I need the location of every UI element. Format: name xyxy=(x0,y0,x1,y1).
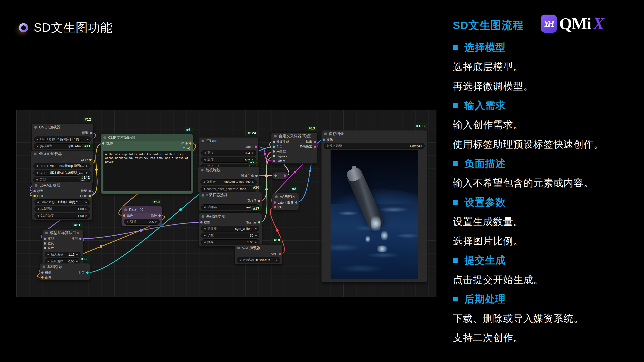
collapse-dot-icon[interactable] xyxy=(274,135,277,138)
output-port[interactable]: 引导 xyxy=(78,270,89,275)
output-port-dot-icon[interactable] xyxy=(79,238,82,240)
output-port-dot-icon[interactable] xyxy=(284,174,286,177)
output-port[interactable]: 模型 xyxy=(82,131,92,135)
input-port[interactable]: 宽度 xyxy=(44,241,54,246)
increment-arrow-icon[interactable]: ▶ xyxy=(86,201,87,203)
output-port[interactable]: Sigmas xyxy=(246,221,260,224)
decrement-arrow-icon[interactable]: ◀ xyxy=(36,178,38,181)
node-22[interactable]: #22基础引导模型引导条件 xyxy=(40,263,90,280)
input-port-dot-icon[interactable] xyxy=(44,238,46,240)
output-port[interactable] xyxy=(284,174,286,177)
widget-CLIP1[interactable]: ◀CLIP1ViT-L-14替换clip 增强flux模型文本…▶ xyxy=(33,163,91,169)
checkbox-checked-icon[interactable]: ☑ xyxy=(183,147,185,150)
node-17[interactable]: #17基础调度器模型Sigmas◀调度器sgm_uniform▶◀步数30▶◀降… xyxy=(199,213,262,246)
input-port[interactable]: 条件 xyxy=(41,275,51,280)
collapse-dot-icon[interactable] xyxy=(103,136,106,139)
input-port[interactable] xyxy=(274,174,277,177)
input-port-dot-icon[interactable] xyxy=(274,206,276,208)
input-port-dot-icon[interactable] xyxy=(33,190,36,192)
input-port-dot-icon[interactable] xyxy=(44,247,46,249)
decrement-arrow-icon[interactable]: ◀ xyxy=(127,221,128,223)
decrement-arrow-icon[interactable]: ◀ xyxy=(204,228,206,230)
decrement-arrow-icon[interactable]: ◀ xyxy=(204,234,206,237)
node-reroute[interactable] xyxy=(272,172,288,179)
decrement-arrow-icon[interactable]: ◀ xyxy=(36,145,38,147)
increment-arrow-icon[interactable]: ▶ xyxy=(252,152,254,154)
input-port[interactable]: CLIP xyxy=(102,142,113,145)
input-port-dot-icon[interactable] xyxy=(41,272,44,274)
input-port[interactable]: 模型 xyxy=(44,237,54,241)
collapse-dot-icon[interactable] xyxy=(237,247,240,249)
input-port-dot-icon[interactable] xyxy=(273,141,275,143)
decrement-arrow-icon[interactable]: ◀ xyxy=(36,138,38,141)
input-port[interactable]: 条件 xyxy=(123,213,133,218)
input-port[interactable]: 高度 xyxy=(44,246,54,250)
speaker-icon[interactable]: ◀) xyxy=(187,147,190,150)
output-port-dot-icon[interactable] xyxy=(89,190,91,192)
input-port-dot-icon[interactable] xyxy=(273,155,275,157)
decrement-arrow-icon[interactable]: ◀ xyxy=(204,241,206,243)
increment-arrow-icon[interactable]: ▶ xyxy=(76,260,78,262)
output-port[interactable]: 输出 xyxy=(306,140,316,144)
input-port-dot-icon[interactable] xyxy=(273,146,275,148)
prompt-textarea[interactable]: A thermos cup falls into the water, with… xyxy=(103,151,191,191)
input-port[interactable]: Latent xyxy=(274,201,286,204)
radio-icon[interactable]: ○ xyxy=(179,147,181,150)
widget-随机种[interactable]: ◀随机种366738521663132▶ xyxy=(200,179,257,185)
increment-arrow-icon[interactable]: ▶ xyxy=(86,208,87,210)
decrement-arrow-icon[interactable]: ◀ xyxy=(37,208,39,210)
input-port-dot-icon[interactable] xyxy=(102,142,104,145)
input-port[interactable]: 模型 xyxy=(41,270,51,275)
output-port[interactable]: 条件 xyxy=(181,141,191,146)
widget-control_after_generate[interactable]: ◀control_after_generaterandomize▶ xyxy=(200,186,257,192)
widget-vae名称[interactable]: ◀vae名称fluxVaeSft_aeS…▶ xyxy=(237,257,280,263)
increment-arrow-icon[interactable]: ▶ xyxy=(86,172,88,174)
input-port-dot-icon[interactable] xyxy=(200,221,203,223)
input-port[interactable]: Sigmas xyxy=(273,155,287,158)
widget-UNET名称[interactable]: ◀UNET名称产品写实 | F.1简朴归真-电商…▶ xyxy=(34,137,91,142)
increment-arrow-icon[interactable]: ▶ xyxy=(87,138,89,141)
widget-文件名前缀[interactable]: 文件名前缀ComfyUI xyxy=(324,143,425,149)
collapse-dot-icon[interactable] xyxy=(202,140,204,142)
node-124[interactable]: #124空LatentLatent◀宽度1024▶◀高度1536▶◀批次大小1▶ xyxy=(199,137,259,171)
input-port-dot-icon[interactable] xyxy=(274,201,276,204)
input-port[interactable]: 图像 xyxy=(323,138,333,142)
widget-步数[interactable]: ◀步数30▶ xyxy=(201,233,259,238)
input-port-dot-icon[interactable] xyxy=(41,276,44,279)
output-port[interactable]: CLIP xyxy=(80,194,91,198)
increment-arrow-icon[interactable]: ▶ xyxy=(255,241,257,243)
increment-arrow-icon[interactable]: ▶ xyxy=(255,234,257,237)
widget-最大偏移[interactable]: ◀最大偏移1.15▶ xyxy=(45,252,80,257)
output-port[interactable]: 采样器 xyxy=(247,199,261,203)
node-13[interactable]: #13自定义采样器(高级)噪波生成输出引导降噪输出采样器SigmasLatent xyxy=(271,132,317,164)
input-port-dot-icon[interactable] xyxy=(323,139,325,141)
node-142[interactable]: #142LoRA加载器模型模型CLIPCLIP◀LoRA名称【油条】电商产品超细… xyxy=(32,182,92,220)
increment-arrow-icon[interactable]: ▶ xyxy=(255,228,257,230)
decrement-arrow-icon[interactable]: ◀ xyxy=(204,159,206,161)
input-port[interactable]: Latent xyxy=(273,159,285,163)
widget-模型强度[interactable]: ◀模型强度1.00▶ xyxy=(34,206,90,212)
output-port-dot-icon[interactable] xyxy=(255,146,257,148)
collapse-dot-icon[interactable] xyxy=(202,194,204,197)
input-port-dot-icon[interactable] xyxy=(274,174,277,177)
collapse-dot-icon[interactable] xyxy=(43,265,45,268)
output-port-dot-icon[interactable] xyxy=(279,253,281,255)
input-port-dot-icon[interactable] xyxy=(123,214,125,217)
output-port[interactable]: 模型 xyxy=(81,189,91,193)
increment-arrow-icon[interactable]: ▶ xyxy=(86,165,88,167)
workflow-canvas[interactable]: #12UNET加载器模型◀UNET名称产品写实 | F.1简朴归真-电商…▶◀剪… xyxy=(16,110,436,297)
output-port[interactable]: Latent xyxy=(245,145,257,149)
decrement-arrow-icon[interactable]: ◀ xyxy=(204,206,206,208)
output-port-dot-icon[interactable] xyxy=(258,221,260,223)
input-port[interactable]: VAE xyxy=(274,206,284,209)
increment-arrow-icon[interactable]: ▶ xyxy=(76,253,78,256)
input-port[interactable]: 模型 xyxy=(33,189,44,193)
decrement-arrow-icon[interactable]: ◀ xyxy=(203,188,205,190)
output-port-dot-icon[interactable] xyxy=(295,201,297,204)
collapse-dot-icon[interactable] xyxy=(35,184,37,187)
output-port[interactable]: 条件 xyxy=(151,213,161,218)
decrement-arrow-icon[interactable]: ◀ xyxy=(239,259,241,261)
input-port-dot-icon[interactable] xyxy=(44,242,46,245)
node-8[interactable]: #8VAE解码Latent图像VAE xyxy=(272,193,299,210)
decrement-arrow-icon[interactable]: ◀ xyxy=(36,165,38,167)
